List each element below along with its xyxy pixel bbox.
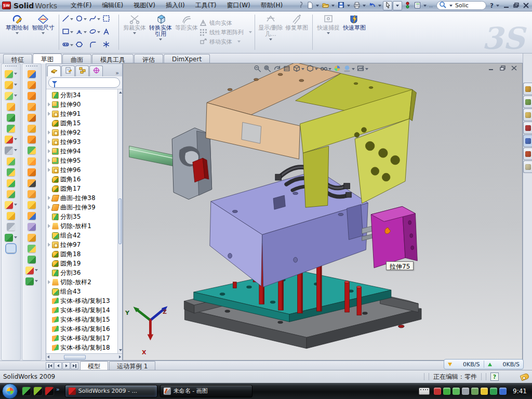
- design-library-tab[interactable]: [523, 96, 532, 108]
- view-orientation-button[interactable]: [292, 64, 304, 74]
- tree-item[interactable]: 实体-移动/复制15: [46, 315, 117, 324]
- linear-pattern-button[interactable]: 线性草图阵列: [200, 29, 252, 36]
- antivirus-shield-icon[interactable]: [443, 388, 450, 395]
- view-settings-button[interactable]: [356, 64, 368, 74]
- expand-arrow-icon[interactable]: [48, 130, 50, 135]
- dropdown-caret-icon[interactable]: [315, 68, 318, 70]
- menu-帮助(H)[interactable]: 帮助(H): [256, 0, 288, 11]
- section-view-button[interactable]: [283, 64, 291, 74]
- mirror-entities-button[interactable]: 镜向实体: [200, 19, 252, 27]
- parting-surface-button[interactable]: [28, 102, 36, 111]
- cavity-button[interactable]: [28, 200, 36, 209]
- tree-item[interactable]: 圆角19: [46, 259, 117, 268]
- menu-视图(V)[interactable]: 视图(V): [128, 0, 161, 11]
- custom-properties-tab[interactable]: [523, 161, 532, 173]
- quick-launch-chevron[interactable]: »: [56, 386, 60, 393]
- tag-icon[interactable]: [520, 373, 530, 381]
- hide-show-items-button[interactable]: [320, 64, 331, 74]
- tree-item[interactable]: 拉伸95: [46, 156, 117, 165]
- dropdown-caret-icon[interactable]: [97, 18, 100, 20]
- help-button[interactable]: ?: [489, 2, 495, 9]
- trim-entities-button[interactable]: 剪裁实体: [122, 12, 148, 52]
- taskbar-button[interactable]: SolidWorks 2009 - ...: [65, 385, 157, 397]
- tree-item[interactable]: 圆角17: [46, 184, 117, 193]
- dropdown-caret-icon[interactable]: [365, 68, 368, 70]
- sketch-button[interactable]: 草图绘制: [4, 12, 30, 52]
- parting-line-button[interactable]: [28, 80, 36, 89]
- spline-button[interactable]: [89, 13, 102, 26]
- repair-sketch-button[interactable]: 修复草图: [284, 12, 310, 52]
- spline-tool-button[interactable]: [5, 233, 17, 242]
- extruded-cut-button[interactable]: [5, 80, 17, 89]
- dropdown-caret-icon[interactable]: [159, 38, 162, 41]
- options-list-button[interactable]: [413, 1, 422, 10]
- expand-arrow-icon[interactable]: [48, 168, 50, 172]
- slot-button[interactable]: [62, 39, 75, 52]
- display-delete-relations-button[interactable]: 显示/删除几...: [258, 12, 284, 52]
- dropdown-caret-icon[interactable]: [14, 149, 17, 151]
- dropdown-caret-icon[interactable]: [328, 68, 331, 70]
- scroll-left-icon[interactable]: [47, 355, 49, 358]
- first-tab-button[interactable]: [46, 362, 54, 369]
- draft-analysis-button[interactable]: [28, 145, 36, 155]
- revolved-surface-button[interactable]: [28, 255, 36, 264]
- taskbar-clock[interactable]: 9:41: [513, 388, 527, 395]
- open-file-button[interactable]: [321, 1, 330, 10]
- network-speed-widget[interactable]: 0KB/S 0KB/S: [444, 359, 524, 369]
- featuremanager-design-tree-tab[interactable]: [47, 65, 61, 76]
- insert-folder-button[interactable]: [28, 233, 36, 242]
- messenger-icon[interactable]: [22, 387, 31, 395]
- quick-snaps-button[interactable]: 快速捕捉: [315, 12, 341, 52]
- dropdown-caret-icon[interactable]: [133, 32, 136, 34]
- dropdown-caret-icon[interactable]: [249, 31, 252, 33]
- dropdown-caret-icon[interactable]: [423, 5, 427, 7]
- dropdown-caret-icon[interactable]: [84, 18, 87, 20]
- dropdown-caret-icon[interactable]: [237, 41, 241, 43]
- menu-编辑(E)[interactable]: 编辑(E): [97, 0, 128, 11]
- dropdown-caret-icon[interactable]: [70, 18, 73, 20]
- doc-restore-button[interactable]: [499, 64, 507, 71]
- traffic-light-button[interactable]: [403, 1, 412, 10]
- save-button[interactable]: [336, 1, 345, 10]
- move-entities-button[interactable]: 移动实体: [200, 38, 252, 46]
- solidworks-shortcut-icon[interactable]: [45, 387, 54, 395]
- centerline-button[interactable]: [7, 222, 15, 231]
- tree-item[interactable]: 实体-移动/复制14: [46, 305, 117, 315]
- tree-item[interactable]: 拉伸93: [46, 137, 117, 147]
- point-button[interactable]: [102, 39, 116, 52]
- tab-草图[interactable]: 草图: [33, 54, 62, 63]
- last-tab-button[interactable]: [71, 362, 78, 369]
- tree-item[interactable]: 拉伸97: [46, 240, 117, 249]
- view-palette-tab[interactable]: [523, 135, 532, 147]
- scrollbar-thumb[interactable]: [64, 355, 86, 360]
- tree-item[interactable]: 圆角15: [46, 118, 117, 128]
- appearances-scenes-tab[interactable]: [523, 148, 532, 160]
- start-button[interactable]: [2, 383, 18, 399]
- dimxpertmanager-tab[interactable]: [89, 65, 103, 76]
- circle-button[interactable]: [75, 13, 89, 26]
- tree-item[interactable]: 实体-移动/复制13: [46, 296, 117, 305]
- extruded-boss-button[interactable]: [5, 69, 17, 78]
- tree-item[interactable]: 切除-放样2: [46, 277, 117, 287]
- doc-tab-模型[interactable]: 模型: [80, 361, 108, 370]
- rapid-sketch-button[interactable]: 快速草图: [341, 12, 367, 52]
- doc-close-button[interactable]: [510, 64, 518, 71]
- move-copy-body-button[interactable]: [7, 189, 15, 198]
- network-shield-icon[interactable]: [490, 388, 497, 395]
- tree-item[interactable]: 拉伸90: [46, 100, 117, 109]
- dropdown-caret-icon[interactable]: [14, 236, 17, 238]
- split-button[interactable]: [7, 178, 15, 188]
- smart-dimension-button[interactable]: 智能尺寸: [30, 12, 56, 52]
- display-style-button[interactable]: [306, 64, 318, 74]
- move-face-button[interactable]: [28, 222, 36, 231]
- zoom-fit-button[interactable]: [253, 64, 261, 74]
- swept-boss-button[interactable]: [7, 102, 15, 111]
- dropdown-caret-icon[interactable]: [35, 280, 38, 282]
- dropdown-caret-icon[interactable]: [363, 5, 366, 7]
- zoom-area-button[interactable]: [263, 64, 271, 74]
- dropdown-caret-icon[interactable]: [14, 138, 17, 140]
- dropdown-caret-icon[interactable]: [496, 5, 499, 7]
- elbow-surface-button[interactable]: [28, 167, 36, 177]
- tab-评估[interactable]: 评估: [134, 54, 163, 63]
- scroll-up-icon[interactable]: [119, 91, 122, 94]
